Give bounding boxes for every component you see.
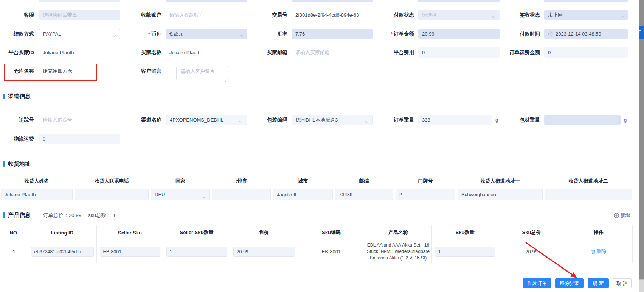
- cell-seller-sku: [97, 240, 163, 263]
- addr-country-select[interactable]: DEU: [151, 189, 210, 200]
- add-row-label: 新增: [620, 212, 630, 219]
- channel-name-value: 4PXOPENOMS_DEDHL: [170, 115, 223, 125]
- label-sign-status: 签收状态: [483, 10, 540, 20]
- settlement-method-select[interactable]: PAYPAL: [39, 29, 120, 39]
- cutoff-field-1: [39, 0, 120, 2]
- tracking-no-input[interactable]: [39, 115, 120, 125]
- cutoff-field-3: [292, 0, 373, 2]
- label-tracking-no: 追踪号: [0, 115, 34, 125]
- background-blue-tab-fragment: 车: [639, 26, 644, 39]
- packing-weight-unit: g: [624, 115, 627, 125]
- currency-value: €,欧元: [169, 29, 183, 39]
- resize-grip-icon[interactable]: [225, 77, 228, 84]
- cell-no: 1: [0, 240, 28, 263]
- price-input[interactable]: [233, 247, 295, 257]
- payment-status-placeholder: 请选择: [422, 10, 437, 20]
- label-platform-fee: 平台费用: [357, 47, 414, 58]
- listing-id-input[interactable]: [31, 247, 94, 257]
- chevron-down-icon: [620, 13, 624, 22]
- sku-qty-input[interactable]: [435, 247, 495, 257]
- label-transaction-no: 交易号: [238, 10, 287, 20]
- section-title: 渠道信息: [8, 93, 31, 100]
- addr-house-no-input[interactable]: [396, 189, 455, 200]
- section-bar: [3, 212, 5, 218]
- col-header-seller-sku: Seller Sku: [97, 225, 163, 240]
- addr-city-input[interactable]: [273, 189, 333, 200]
- customer-message-textarea[interactable]: [176, 66, 229, 80]
- cell-seller-sku-qty: [163, 240, 230, 263]
- addr-header-state: 州/省: [212, 178, 271, 184]
- add-row-button[interactable]: 新增: [614, 212, 630, 219]
- payment-time-value: 2023-12-14 03:48:59: [556, 29, 601, 39]
- col-header-price: 售价: [230, 225, 298, 240]
- background-window-sliver: 车: [639, 0, 644, 292]
- addr-street2-input[interactable]: [545, 189, 632, 200]
- cutoff-field-2: [166, 0, 247, 2]
- addr-street1-input[interactable]: [458, 189, 543, 200]
- packaging-code-value: 德国DHL本地派送3: [296, 115, 338, 125]
- label-exchange-rate: 汇率: [238, 29, 287, 39]
- platform-buyer-id-input[interactable]: [39, 47, 120, 58]
- seller-sku-qty-input[interactable]: [166, 247, 227, 257]
- section-channel-info: 渠道信息: [3, 93, 31, 99]
- background-divider: [639, 72, 644, 72]
- addr-header-zip: 邮编: [335, 178, 393, 184]
- label-customer-message: 客户留言: [112, 66, 161, 76]
- col-header-listing-id: Listing ID: [28, 225, 97, 240]
- label-packaging-code: 包装编码: [238, 115, 287, 125]
- addr-header-phone: 收货人联系电话: [75, 178, 149, 184]
- buyer-name-input[interactable]: [166, 47, 247, 58]
- packing-weight-input: [544, 115, 621, 125]
- col-header-sku-qty: Sku数量: [432, 225, 498, 240]
- remove-exception-button[interactable]: 移除异常: [555, 278, 584, 288]
- confirm-button[interactable]: 确 定: [588, 278, 609, 288]
- payment-time-picker: 2023-12-14 03:48:59: [544, 29, 628, 39]
- label-platform-buyer-id: 平台买家ID: [0, 47, 34, 58]
- chevron-down-icon: [202, 192, 206, 203]
- addr-header-street2: 收货人街道地址二: [545, 178, 632, 184]
- col-header-no: NO.: [0, 225, 28, 240]
- addr-header-country: 国家: [151, 178, 210, 184]
- order-total-stat: 订单总价：20.99: [43, 212, 81, 219]
- void-order-button[interactable]: 作废订单: [523, 278, 551, 288]
- label-customer-service: 客服: [0, 10, 34, 20]
- trash-icon: [591, 249, 596, 254]
- clock-icon: [548, 31, 553, 36]
- addr-header-name: 收货人姓名: [1, 178, 73, 184]
- cell-sku-qty: [432, 240, 498, 263]
- addr-country-value: DEU: [155, 192, 165, 197]
- addr-header-street1: 收货人街道地址一: [458, 178, 543, 184]
- cutoff-field-5: [544, 0, 628, 2]
- addr-name-input[interactable]: [1, 189, 73, 200]
- order-edit-page: 客服 收款账户 交易号 付款状态 请选择 签收状态 未上网 结款方式 PAYPA…: [0, 0, 644, 292]
- label-payment-time: 付款时间: [483, 29, 540, 39]
- addr-state-input[interactable]: [212, 189, 271, 200]
- addr-header-house-no: 门牌号: [396, 178, 455, 184]
- section-title: 收货地址: [8, 160, 31, 167]
- settlement-method-value: PAYPAL: [43, 29, 61, 39]
- channel-name-select[interactable]: 4PXOPENOMS_DEDHL: [166, 115, 247, 125]
- section-product-info: 产品信息: [3, 212, 31, 218]
- label-channel-name: 渠道名称: [112, 115, 161, 125]
- cancel-button[interactable]: 取 消: [613, 278, 632, 288]
- label-order-shipping-fee: 订单运费金额: [483, 47, 540, 58]
- product-table-header-row: NO. Listing ID Seller Sku Seller Sku数量 售…: [0, 225, 633, 240]
- order-shipping-fee-input[interactable]: [544, 47, 628, 58]
- product-table-row: 1 EB-8001 EBL AA und AAA Akku Set - 16 S…: [0, 240, 633, 263]
- delete-row-button[interactable]: 删除: [591, 248, 607, 255]
- sign-status-select: 未上网: [544, 10, 628, 20]
- addr-phone-input[interactable]: [75, 189, 149, 200]
- col-header-product-name: 产品名称: [365, 225, 432, 240]
- seller-sku-input[interactable]: [100, 247, 160, 257]
- addr-zip-input[interactable]: [335, 189, 393, 200]
- section-shipping-address: 收货地址: [3, 161, 31, 167]
- warehouse-name-input[interactable]: [39, 66, 120, 76]
- product-table: NO. Listing ID Seller Sku Seller Sku数量 售…: [0, 225, 633, 263]
- order-weight-input[interactable]: [418, 115, 492, 125]
- payee-account-input[interactable]: [166, 10, 247, 20]
- label-order-weight: 订单重量: [357, 115, 414, 125]
- label-buyer-name: 买家名称: [112, 47, 161, 58]
- col-header-seller-sku-qty: Seller Sku数量: [163, 225, 230, 240]
- logistics-fee-input[interactable]: [39, 134, 120, 144]
- cell-listing-id: [28, 240, 97, 263]
